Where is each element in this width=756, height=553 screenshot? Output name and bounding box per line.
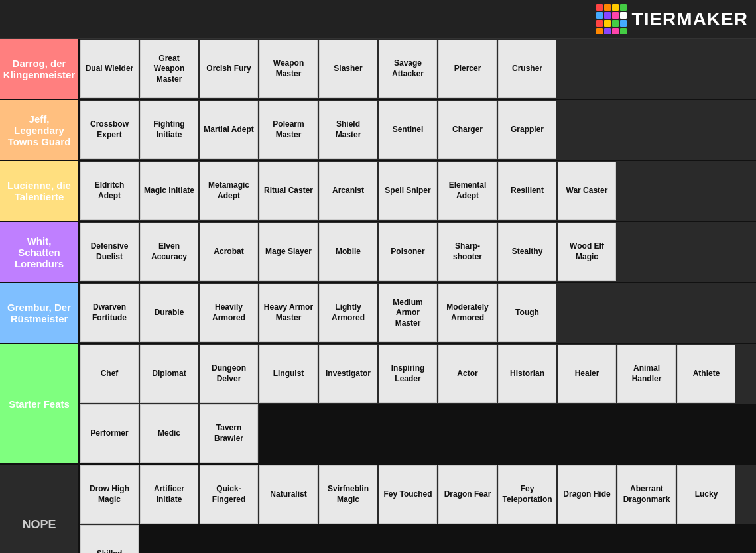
tier-row-starter: Starter FeatsChefDiplomatDungeon DelverL… <box>0 344 756 465</box>
feat-card[interactable]: Martial Adept <box>200 101 258 159</box>
feat-card[interactable]: Elven Accuracy <box>140 223 198 281</box>
feat-card[interactable]: Mobile <box>319 223 377 281</box>
tier-label-b: Lucienne, die Talentierte <box>0 161 78 221</box>
logo-cell <box>596 20 603 27</box>
feat-card[interactable]: Polearm Master <box>259 101 318 159</box>
feat-card[interactable]: Animal Handler <box>617 345 676 403</box>
feat-card[interactable]: Dragon Hide <box>558 465 616 524</box>
tier-items-s: Dual WielderGreat Weapon MasterOrcish Fu… <box>78 39 756 99</box>
tier-row-b: Lucienne, die TalentierteEldritch AdeptM… <box>0 161 756 222</box>
feat-card[interactable]: Diplomat <box>140 345 198 403</box>
feat-card[interactable]: Healer <box>558 345 616 403</box>
feat-card[interactable]: Sharp-shooter <box>438 223 497 281</box>
logo-cell <box>604 20 611 27</box>
tier-items-nope: Drow High MagicArtificer InitiateQuick-F… <box>78 465 756 553</box>
feat-card[interactable]: Medic <box>140 404 198 463</box>
feat-card[interactable]: Piercer <box>438 40 497 98</box>
logo-cell <box>604 12 611 19</box>
feat-card[interactable]: Weapon Master <box>259 40 318 98</box>
feat-card[interactable]: Great Weapon Master <box>140 40 198 98</box>
logo-cell <box>620 4 627 11</box>
feat-card[interactable]: Drow High Magic <box>80 465 139 524</box>
feat-card[interactable]: Heavy Armor Master <box>259 284 318 342</box>
tier-row-nope: NOPEDrow High MagicArtificer InitiateQui… <box>0 465 756 553</box>
feat-card[interactable]: Investigator <box>319 345 377 403</box>
feat-card[interactable]: Dwarven Fortitude <box>80 284 139 342</box>
tier-label-nope: NOPE <box>0 465 78 553</box>
tier-label-a: Jeff, Legendary Towns Guard <box>0 100 78 160</box>
feat-card[interactable]: Eldritch Adept <box>80 162 139 220</box>
feat-card[interactable]: Resilient <box>498 162 556 220</box>
feat-card[interactable]: Athlete <box>677 345 735 403</box>
logo-cell <box>612 28 619 34</box>
feat-card[interactable]: Acrobat <box>200 223 258 281</box>
tier-items-starter: ChefDiplomatDungeon DelverLinguistInvest… <box>78 344 756 463</box>
logo-cell <box>612 12 619 19</box>
feat-card[interactable]: Slasher <box>319 40 377 98</box>
feat-card[interactable]: Artificer Initiate <box>140 465 198 524</box>
feat-card[interactable]: Metamagic Adept <box>200 162 258 220</box>
logo-cell <box>612 4 619 11</box>
tier-row-d: Grembur, Der RüstmeisterDwarven Fortitud… <box>0 283 756 344</box>
logo-cell <box>620 12 627 19</box>
feat-card[interactable]: Lightly Armored <box>319 284 377 342</box>
feat-card[interactable]: Moderately Armored <box>438 284 497 342</box>
feat-card[interactable]: Charger <box>438 101 497 159</box>
tiermaker-app: TiERMAKER Darrog, der KlingenmeisterDual… <box>0 0 756 553</box>
feat-card[interactable]: Magic Initiate <box>140 162 198 220</box>
feat-card[interactable]: Tough <box>498 284 556 342</box>
logo: TiERMAKER <box>596 4 748 34</box>
feat-card[interactable]: Orcish Fury <box>200 40 258 98</box>
feat-card[interactable]: Ritual Caster <box>259 162 318 220</box>
feat-card[interactable]: Performer <box>80 404 139 463</box>
feat-card[interactable]: Heavily Armored <box>200 284 258 342</box>
feat-card[interactable]: Defensive Duelist <box>80 223 139 281</box>
feat-card[interactable]: Poisoner <box>379 223 437 281</box>
feat-card[interactable]: Fey Teleportation <box>498 465 556 524</box>
feat-card[interactable]: War Caster <box>558 162 616 220</box>
feat-card[interactable]: Linguist <box>259 345 318 403</box>
feat-card[interactable]: Arcanist <box>319 162 377 220</box>
feat-card[interactable]: Naturalist <box>259 465 318 524</box>
feat-card[interactable]: Sentinel <box>379 101 437 159</box>
feat-card[interactable]: Elemental Adept <box>438 162 497 220</box>
feat-card[interactable]: Lucky <box>677 465 735 524</box>
tier-rows-container: Darrog, der KlingenmeisterDual WielderGr… <box>0 39 756 553</box>
tier-row-s: Darrog, der KlingenmeisterDual WielderGr… <box>0 39 756 100</box>
feat-card[interactable]: Tavern Brawler <box>200 404 258 463</box>
feat-card[interactable]: Medium Armor Master <box>379 284 437 342</box>
feat-card[interactable]: Svirfneblin Magic <box>319 465 377 524</box>
feat-card[interactable]: Inspiring Leader <box>379 345 437 403</box>
feat-card[interactable]: Dungeon Delver <box>200 345 258 403</box>
feat-card[interactable]: Fey Touched <box>379 465 437 524</box>
feat-card[interactable]: Chef <box>80 345 139 403</box>
tier-label-s: Darrog, der Klingenmeister <box>0 39 78 99</box>
feat-card[interactable]: Crossbow Expert <box>80 101 139 159</box>
tier-items-c: Defensive DuelistElven AccuracyAcrobatMa… <box>78 222 756 282</box>
feat-card[interactable]: Grappler <box>498 101 556 159</box>
logo-cell <box>620 28 627 34</box>
feat-card[interactable]: Historian <box>498 345 556 403</box>
logo-cell <box>596 12 603 19</box>
feat-card[interactable]: Aberrant Dragonmark <box>617 465 676 524</box>
tier-row-a: Jeff, Legendary Towns GuardCrossbow Expe… <box>0 100 756 161</box>
feat-card[interactable]: Durable <box>140 284 198 342</box>
feat-card[interactable]: Fighting Initiate <box>140 101 198 159</box>
feat-card[interactable]: Shield Master <box>319 101 377 159</box>
logo-cell <box>596 4 603 11</box>
feat-card[interactable]: Mage Slayer <box>259 223 318 281</box>
logo-text: TiERMAKER <box>632 9 748 30</box>
feat-card[interactable]: Crusher <box>498 40 556 98</box>
feat-card[interactable]: Savage Attacker <box>379 40 437 98</box>
feat-card[interactable]: Dragon Fear <box>438 465 497 524</box>
logo-cell <box>604 4 611 11</box>
feat-card[interactable]: Quick-Fingered <box>200 465 258 524</box>
feat-card[interactable]: Wood Elf Magic <box>558 223 616 281</box>
feat-card[interactable]: Stealthy <box>498 223 556 281</box>
feat-card[interactable]: Spell Sniper <box>379 162 437 220</box>
feat-card[interactable]: Dual Wielder <box>80 40 139 98</box>
feat-card[interactable]: Skilled <box>80 525 139 553</box>
header: TiERMAKER <box>0 0 756 39</box>
feat-card[interactable]: Actor <box>438 345 497 403</box>
tier-items-b: Eldritch AdeptMagic InitiateMetamagic Ad… <box>78 161 756 221</box>
